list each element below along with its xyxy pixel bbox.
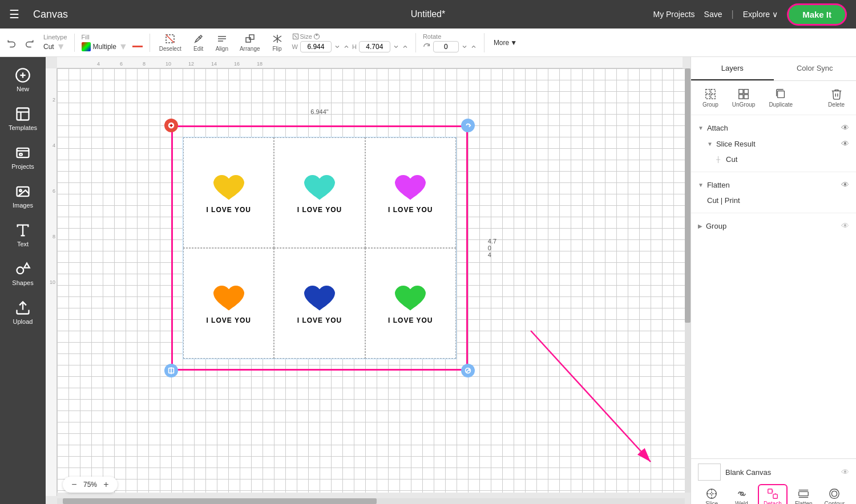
undo-button[interactable] [5,35,19,50]
canvas-area[interactable]: 4 6 8 10 12 14 16 18 2 4 6 8 10 6.944" [46,57,691,504]
sidebar-item-templates[interactable]: Templates [0,100,46,137]
svg-rect-37 [706,95,710,99]
layer-cut[interactable]: ┼ Cut [691,152,856,167]
group-button[interactable]: Group [698,86,723,110]
align-button[interactable]: Align [213,31,231,54]
layer-flatten[interactable]: ▼ Flatten 👁 [691,177,856,193]
redo-button[interactable] [22,35,37,50]
divider: | [732,9,734,19]
arrange-button[interactable]: Arrange [237,31,263,54]
detach-icon [766,487,779,500]
more-button[interactable]: More ▼ [494,39,517,47]
layer-cut-print[interactable]: Cut | Print [691,193,856,208]
height-dimension-label: 4.704 [488,238,496,258]
svg-rect-35 [706,90,710,94]
horizontal-scrollbar[interactable] [57,498,685,504]
slice-button[interactable]: Slice [698,485,725,504]
width-input[interactable] [300,41,332,52]
deselect-button[interactable]: Deselect [157,31,184,54]
rotate-input[interactable] [433,41,459,52]
layer-attach[interactable]: ▼ Attach 👁 [691,120,856,136]
weld-button[interactable]: Weld [728,485,755,504]
fill-value: Multiple [93,43,116,51]
text-icon [15,222,31,238]
sidebar-item-projects[interactable]: Projects [0,139,46,176]
layer-group-eye[interactable]: 👁 [841,221,849,230]
flip-button[interactable]: Flip [269,31,285,54]
heart-green [393,283,427,314]
layer-attach-arrow: ▼ [698,125,704,131]
handle-bottom-right[interactable] [461,364,475,377]
blank-canvas-eye[interactable]: 👁 [841,468,849,477]
heart-cell-4: I LOVE YOU [183,248,274,359]
blank-canvas-label: Blank Canvas [725,468,837,477]
zoom-in-button[interactable]: + [100,479,112,490]
toolbar: Linetype Cut ▼ Fill Multiple ▼ Deselec [0,29,856,57]
svg-point-23 [17,267,24,274]
duplicate-icon [774,88,787,100]
layer-group-attach: ▼ Attach 👁 ▼ Slice Result 👁 ┼ Cut [691,117,856,169]
svg-rect-48 [768,489,772,493]
layer-attach-eye[interactable]: 👁 [841,123,849,132]
edit-button[interactable]: Edit [191,31,207,54]
blank-canvas-row: Blank Canvas 👁 [698,464,849,481]
heart-magenta [393,172,427,204]
heart-cell-6: I LOVE YOU [365,248,456,359]
sidebar-item-new[interactable]: New [0,62,46,98]
handle-top-left[interactable] [164,119,178,132]
delete-button[interactable]: Delete [823,86,849,110]
sidebar-item-images[interactable]: Images [0,178,46,214]
rotate-label: Rotate [423,33,477,40]
explore-menu[interactable]: Explore ∨ [743,10,778,19]
explore-chevron-icon: ∨ [772,10,778,19]
rotate-section: Rotate [423,33,484,52]
document-title: Untitled* [411,9,445,19]
blank-canvas-thumbnail [698,464,721,481]
panel-toolbar: Group UnGroup Duplicate [691,81,856,115]
design-container[interactable]: 6.944" 4.704 [171,125,468,371]
sidebar-item-text-label: Text [17,241,29,247]
flatten-tool-button[interactable]: Flatten [790,485,817,504]
duplicate-button[interactable]: Duplicate [764,86,797,110]
sidebar-item-upload[interactable]: Upload [0,294,46,331]
contour-button[interactable]: Contour [819,485,849,504]
heart-label-6: I LOVE YOU [388,316,433,324]
fill-label: Fill [82,34,143,40]
heart-teal [302,172,337,204]
sidebar-item-shapes[interactable]: Shapes [0,255,46,292]
heart-orange [212,283,246,314]
layer-slice-result-eye[interactable]: 👁 [841,139,849,148]
flatten-icon [797,487,810,500]
my-projects-link[interactable]: My Projects [653,10,695,19]
layer-group[interactable]: ▶ Group 👁 [691,218,856,234]
svg-line-1 [166,35,174,43]
zoom-out-button[interactable]: − [68,479,80,490]
zoom-controls: − 75% + [63,477,118,493]
save-button[interactable]: Save [704,10,722,19]
layer-slice-result[interactable]: ▼ Slice Result 👁 [691,136,856,152]
svg-rect-40 [744,90,748,94]
tab-layers[interactable]: Layers [691,57,774,80]
layer-flatten-eye[interactable]: 👁 [841,180,849,189]
handle-top-right[interactable] [461,119,475,132]
hamburger-icon[interactable]: ☰ [9,7,19,21]
vertical-scrollbar[interactable] [685,68,691,493]
sidebar-item-text[interactable]: Text [0,217,46,253]
layer-attach-name: Attach [707,124,838,132]
detach-button[interactable]: Detach [758,484,788,504]
heart-blue [302,283,337,314]
height-input[interactable] [359,41,390,52]
bottom-tools: Slice Weld Detach [698,484,849,504]
sidebar-item-projects-label: Projects [11,163,34,170]
handle-bottom-left[interactable] [164,364,178,377]
svg-point-20 [19,190,22,192]
ungroup-button[interactable]: UnGroup [728,86,760,110]
heart-label-3: I LOVE YOU [388,206,433,214]
heart-label-1: I LOVE YOU [206,206,251,214]
make-it-button[interactable]: Make It [787,3,847,26]
explore-label: Explore [743,10,770,19]
tab-color-sync[interactable]: Color Sync [774,57,857,80]
zoom-value: 75% [83,481,97,489]
layer-flatten-arrow: ▼ [698,182,704,188]
svg-rect-7 [249,35,254,39]
